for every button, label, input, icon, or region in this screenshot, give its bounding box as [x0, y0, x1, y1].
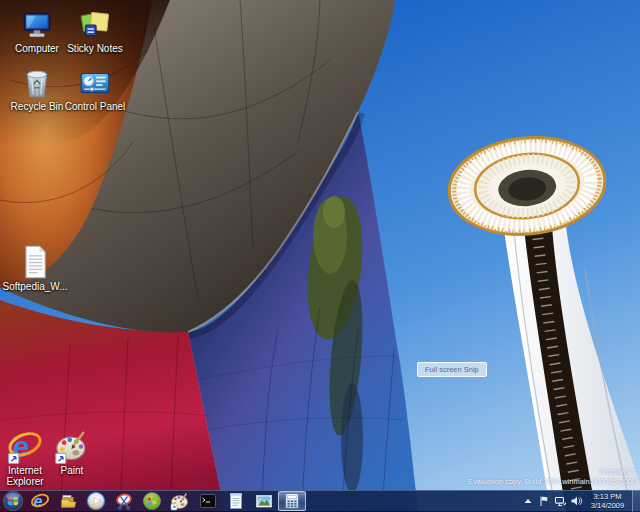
volume-icon: [569, 494, 583, 508]
text-file-icon: [17, 244, 53, 280]
clock-time: 3:13 PM: [584, 492, 631, 501]
clock-date: 3/14/2009: [584, 501, 631, 510]
desktop-icon-label: Sticky Notes: [67, 43, 123, 54]
taskbar-item-internet-explorer[interactable]: e: [26, 490, 54, 512]
taskbar-item-snipping-tool[interactable]: [110, 490, 138, 512]
action-center-flag-icon: [537, 494, 551, 508]
recycle-bin-icon: [20, 66, 54, 100]
photo-viewer-icon: [254, 491, 274, 511]
sticky-notes-icon: [78, 8, 112, 42]
notepad-icon: [226, 491, 246, 511]
taskbar-item-windows-explorer[interactable]: [54, 490, 82, 512]
taskbar-item-calculator[interactable]: [278, 491, 306, 511]
system-tray: 3:13 PM 3/14/2009: [520, 490, 640, 512]
windows-media-player-icon: [86, 491, 106, 511]
paint-icon: [54, 428, 90, 464]
tray-clock[interactable]: 3:13 PM 3/14/2009: [584, 492, 631, 510]
command-prompt-icon: [198, 491, 218, 511]
desktop-icon-label: Control Panel: [65, 101, 126, 112]
action-center-button[interactable]: [536, 490, 551, 512]
taskbar-item-media-center[interactable]: [138, 490, 166, 512]
windows-media-center-icon: [142, 491, 162, 511]
desktop-icon-label: Computer: [15, 43, 59, 54]
desktop-icon-softpedia-file[interactable]: Softpedia_W...: [2, 244, 68, 292]
windows7-desktop: Computer Sticky Notes Recycle Bin: [0, 0, 640, 512]
show-hidden-icons-button[interactable]: [520, 490, 535, 512]
taskbar-item-paint[interactable]: [166, 490, 194, 512]
volume-button[interactable]: [568, 490, 583, 512]
network-icon: [553, 494, 567, 508]
watermark-line1: Windows 7: [468, 467, 636, 477]
computer-icon: [20, 8, 54, 42]
snip-tooltip: Full screen Snip: [417, 362, 487, 377]
taskbar-item-photo-viewer[interactable]: [250, 490, 278, 512]
desktop-icon-computer[interactable]: Computer: [6, 8, 68, 54]
show-desktop-button[interactable]: [632, 490, 640, 512]
desktop-icon-paint[interactable]: Paint: [46, 428, 98, 476]
calculator-icon: [282, 491, 302, 511]
desktop-icon-recycle-bin[interactable]: Recycle Bin: [6, 66, 68, 112]
windows-explorer-folder-icon: [58, 491, 78, 511]
snipping-tool-icon: [114, 491, 134, 511]
taskbar-item-command-prompt[interactable]: [194, 490, 222, 512]
desktop-icon-control-panel[interactable]: Control Panel: [60, 66, 130, 112]
watermark: Windows 7 Evaluation copy. Build 7057.wi…: [468, 467, 636, 486]
taskbar-item-media-player[interactable]: [82, 490, 110, 512]
desktop-icon-sticky-notes[interactable]: Sticky Notes: [62, 8, 128, 54]
paint-icon: [170, 491, 190, 511]
chevron-up-icon: [521, 494, 535, 508]
start-button[interactable]: [0, 490, 26, 512]
desktop-icon-label: Softpedia_W...: [2, 281, 67, 292]
network-button[interactable]: [552, 490, 567, 512]
windows-start-orb-icon: [2, 490, 24, 512]
desktop-icon-label: Paint: [61, 465, 84, 476]
watermark-line2: Evaluation copy. Build 7057.winmain.0903…: [468, 477, 636, 487]
internet-explorer-icon: e: [30, 491, 50, 511]
internet-explorer-icon: e: [7, 428, 43, 464]
taskbar-item-notepad[interactable]: [222, 490, 250, 512]
control-panel-icon: [78, 66, 112, 100]
taskbar: e: [0, 490, 640, 512]
desktop-icon-label: Recycle Bin: [11, 101, 64, 112]
